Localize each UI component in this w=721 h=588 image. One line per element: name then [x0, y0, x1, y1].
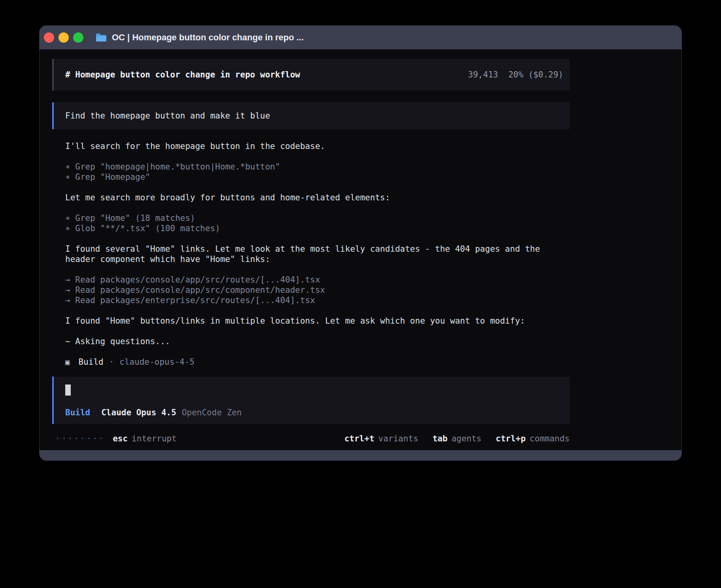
terminal-content: # Homepage button color change in repo w…	[40, 49, 681, 450]
shortcut-agents: tabagents	[432, 433, 481, 444]
tool-call-group: ∗ Grep "homepage|home.*button|Home.*butt…	[65, 162, 570, 182]
agent-attribution: ▣ Build · claude-opus-4-5	[65, 357, 570, 367]
shortcut-key: ctrl+t	[344, 434, 374, 443]
shortcut-group: ctrl+tvariants tabagents ctrl+pcommands	[344, 433, 570, 444]
tool-call-glob: ∗ Glob "**/*.tsx" (100 matches)	[65, 223, 570, 234]
shortcut-commands: ctrl+pcommands	[496, 433, 570, 444]
traffic-lights	[44, 32, 83, 43]
esc-key-hint: esc	[113, 433, 128, 444]
session-header: # Homepage button color change in repo w…	[52, 59, 570, 90]
minimize-button[interactable]	[59, 32, 69, 43]
spinner-dots: ········	[55, 433, 105, 444]
assistant-text: Let me search more broadly for buttons a…	[65, 192, 570, 203]
shortcut-label: variants	[378, 434, 418, 443]
input-meta: Build Claude Opus 4.5 OpenCode Zen	[65, 407, 563, 418]
agent-model: claude-opus-4-5	[119, 357, 194, 367]
folder-icon	[95, 33, 107, 42]
tool-call-read: → Read packages/console/app/src/routes/[…	[65, 275, 570, 285]
assistant-status: ~ Asking questions...	[65, 336, 570, 347]
close-button[interactable]	[44, 32, 54, 43]
status-bar: ········ esc interrupt ctrl+tvariants ta…	[55, 433, 570, 444]
tool-call-group: ∗ Grep "Home" (18 matches) ∗ Glob "**/*.…	[65, 213, 570, 234]
session-title: # Homepage button color change in repo w…	[65, 70, 300, 80]
user-message-text: Find the homepage button and make it blu…	[65, 111, 270, 121]
message-input[interactable]: Build Claude Opus 4.5 OpenCode Zen	[52, 377, 570, 424]
assistant-text: I found "Home" buttons/links in multiple…	[65, 316, 570, 326]
window-footer	[40, 450, 681, 460]
provider-label: OpenCode Zen	[182, 407, 242, 418]
window-titlebar[interactable]: OC | Homepage button color change in rep…	[40, 26, 681, 49]
token-count: 39,413	[468, 70, 498, 80]
shortcut-key: ctrl+p	[496, 434, 526, 443]
agent-separator: ·	[109, 357, 114, 367]
zoom-button[interactable]	[73, 32, 83, 43]
user-message: Find the homepage button and make it blu…	[52, 102, 570, 129]
tool-call-read: → Read packages/console/app/src/componen…	[65, 285, 570, 295]
tool-call-group: → Read packages/console/app/src/routes/[…	[65, 275, 570, 305]
esc-action-label: interrupt	[132, 433, 177, 444]
shortcut-key: tab	[432, 434, 447, 443]
agent-mode-label: Build	[65, 407, 90, 418]
assistant-text: I'll search for the homepage button in t…	[65, 141, 570, 151]
model-label: Claude Opus 4.5	[101, 407, 176, 418]
window-title: OC | Homepage button color change in rep…	[112, 32, 304, 43]
tool-call-grep: ∗ Grep "Homepage"	[65, 172, 570, 182]
session-stats: 39,413 20% ($0.29)	[468, 70, 563, 80]
tool-call-grep: ∗ Grep "homepage|home.*button|Home.*butt…	[65, 162, 570, 172]
text-cursor	[65, 384, 71, 396]
shortcut-label: commands	[530, 434, 570, 443]
shortcut-variants: ctrl+tvariants	[344, 433, 418, 444]
assistant-text: I found several "Home" links. Let me loo…	[65, 244, 570, 264]
agent-icon: ▣	[65, 357, 70, 367]
window-title-group: OC | Homepage button color change in rep…	[95, 32, 304, 43]
context-cost: 20% ($0.29)	[508, 70, 563, 80]
agent-name: Build	[78, 357, 103, 367]
tool-call-read: → Read packages/enterprise/src/routes/[.…	[65, 295, 570, 305]
shortcut-label: agents	[451, 434, 481, 443]
terminal-window: OC | Homepage button color change in rep…	[39, 25, 682, 461]
tool-call-grep: ∗ Grep "Home" (18 matches)	[65, 213, 570, 223]
